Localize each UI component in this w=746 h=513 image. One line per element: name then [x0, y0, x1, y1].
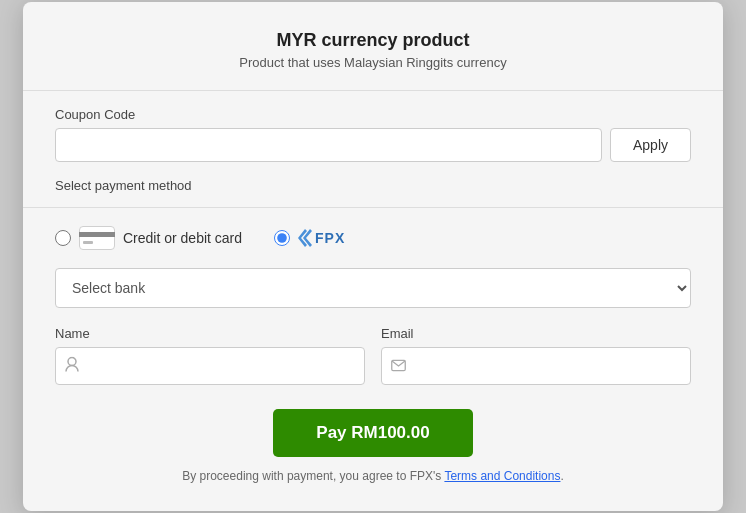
- payment-methods: Credit or debit card FPX: [55, 226, 691, 250]
- bank-select-wrap: Select bank: [55, 268, 691, 308]
- footer-text-after: .: [560, 469, 563, 483]
- card-label: Credit or debit card: [123, 230, 242, 246]
- radio-card[interactable]: [55, 230, 71, 246]
- name-label: Name: [55, 326, 365, 341]
- radio-fpx[interactable]: [274, 230, 290, 246]
- svg-rect-0: [80, 227, 115, 250]
- bank-select[interactable]: Select bank: [55, 268, 691, 308]
- divider-2: [23, 207, 723, 208]
- form-row: Name Email: [55, 326, 691, 385]
- footer-text-before: By proceeding with payment, you agree to…: [182, 469, 444, 483]
- name-input[interactable]: [55, 347, 365, 385]
- name-group: Name: [55, 326, 365, 385]
- footer-text: By proceeding with payment, you agree to…: [55, 469, 691, 483]
- svg-rect-2: [83, 241, 93, 244]
- email-group: Email: [381, 326, 691, 385]
- coupon-row: Apply: [55, 128, 691, 162]
- payment-modal: MYR currency product Product that uses M…: [23, 2, 723, 511]
- email-input[interactable]: [381, 347, 691, 385]
- email-input-wrap: [381, 347, 691, 385]
- card-icon: [79, 226, 115, 250]
- payment-option-fpx[interactable]: FPX: [274, 227, 350, 249]
- coupon-label: Coupon Code: [55, 107, 691, 122]
- terms-link[interactable]: Terms and Conditions: [444, 469, 560, 483]
- coupon-input[interactable]: [55, 128, 602, 162]
- name-input-wrap: [55, 347, 365, 385]
- payment-option-card[interactable]: Credit or debit card: [55, 226, 242, 250]
- apply-button[interactable]: Apply: [610, 128, 691, 162]
- svg-rect-1: [79, 232, 115, 237]
- fpx-logo: FPX: [298, 227, 350, 249]
- pay-button[interactable]: Pay RM100.00: [273, 409, 473, 457]
- modal-title: MYR currency product: [55, 30, 691, 51]
- modal-subtitle: Product that uses Malaysian Ringgits cur…: [55, 55, 691, 70]
- email-label: Email: [381, 326, 691, 341]
- payment-method-label: Select payment method: [55, 178, 691, 193]
- divider-1: [23, 90, 723, 91]
- svg-text:FPX: FPX: [315, 230, 345, 246]
